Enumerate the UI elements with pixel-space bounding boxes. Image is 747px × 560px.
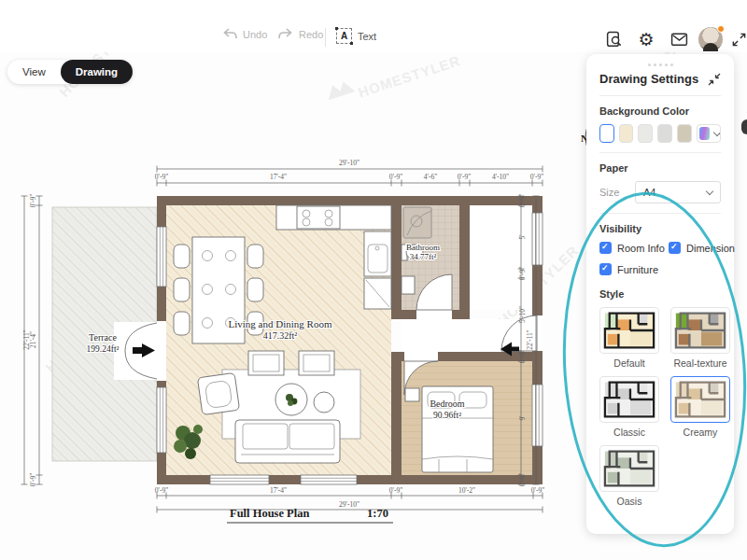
svg-text:17'-4": 17'-4" (270, 173, 287, 181)
bg-swatch-gray[interactable] (657, 124, 672, 143)
side-table (314, 392, 334, 413)
doc-search-button[interactable] (603, 29, 624, 49)
svg-text:0'-9": 0'-9" (518, 350, 527, 363)
svg-text:0'-9": 0'-9" (389, 173, 402, 181)
style-thumb-oasis[interactable] (599, 445, 659, 492)
svg-text:0'-9": 0'-9" (458, 173, 471, 181)
panel-title: Drawing Settings (599, 72, 698, 86)
tab-drawing[interactable]: Drawing (61, 60, 133, 84)
plan-title: Full House Plan (230, 507, 309, 520)
redo-icon (278, 28, 293, 41)
svg-text:Bathroom: Bathroom (406, 243, 440, 252)
fullscreen-button[interactable] (728, 29, 747, 49)
checkbox-checked-icon (599, 242, 612, 254)
svg-text:HOMESTYLER: HOMESTYLER (356, 52, 462, 100)
text-tool-label: Text (358, 31, 376, 42)
bg-swatch-white[interactable] (599, 124, 614, 143)
notification-dot (717, 25, 725, 33)
mail-button[interactable] (669, 29, 689, 49)
bg-swatch-custom-gradient[interactable] (697, 124, 721, 143)
plan-scale: 1:70 (367, 507, 388, 520)
app-stage: HOMESTYLER HOMESTYLER HOMESTYLER HOMESTY… (0, 0, 747, 560)
armchair (197, 372, 239, 414)
background-color-swatches (599, 124, 721, 143)
svg-text:21'-4": 21'-4" (29, 331, 37, 348)
svg-text:34.77ft²: 34.77ft² (410, 252, 437, 261)
miniplan-creamy-icon (673, 379, 727, 420)
svg-text:0'-9": 0'-9" (155, 486, 168, 495)
miniplan-default-icon (602, 310, 656, 351)
doc-search-icon (605, 31, 623, 49)
drawing-settings-panel: Drawing Settings Background Color Paper … (586, 54, 734, 534)
svg-text:Bedroom: Bedroom (430, 399, 464, 409)
undo-icon (222, 28, 237, 41)
style-thumb-default[interactable] (599, 307, 659, 354)
undo-button[interactable]: Undo (222, 28, 267, 41)
edge-collapse-handle[interactable] (741, 119, 747, 134)
visibility-label: Visibility (599, 223, 721, 234)
style-thumb-real-texture[interactable] (670, 307, 730, 354)
svg-text:5': 5' (518, 234, 527, 240)
style-label: Style (599, 288, 721, 300)
gear-icon: ⚙ (638, 31, 654, 49)
svg-text:17'-4": 17'-4" (270, 486, 287, 495)
redo-button[interactable]: Redo (278, 28, 323, 41)
bg-swatch-tan[interactable] (677, 124, 692, 143)
redo-label: Redo (299, 29, 323, 40)
svg-text:22'-11": 22'-11" (526, 329, 534, 350)
top-toolbar: Undo Redo A Text ⚙ (0, 0, 747, 52)
paper-size-label: Size (599, 187, 619, 198)
svg-text:199.24ft²: 199.24ft² (87, 344, 120, 354)
mail-icon (670, 32, 688, 47)
bg-swatch-lightgray[interactable] (638, 124, 653, 143)
svg-text:10'-2": 10'-2" (458, 486, 475, 495)
bg-swatch-cream[interactable] (619, 124, 634, 143)
svg-text:0'-9": 0'-9" (518, 267, 527, 280)
paper-size-select[interactable]: A4 (635, 181, 721, 203)
checkbox-furniture[interactable]: Furniture (599, 263, 669, 275)
plan-title-block: Full House Plan 1:70 (227, 507, 393, 523)
chevron-down-icon (713, 128, 721, 135)
checkbox-dimension[interactable]: Dimension (669, 242, 735, 254)
undo-label: Undo (243, 29, 267, 40)
text-tool-icon: A (336, 28, 352, 44)
svg-text:0'-9": 0'-9" (29, 194, 37, 207)
svg-text:29'-10": 29'-10" (339, 500, 359, 509)
svg-text:4'-10": 4'-10" (492, 173, 509, 181)
svg-text:0'-9": 0'-9" (530, 173, 543, 181)
svg-text:9': 9' (518, 415, 527, 421)
svg-text:5'-10": 5'-10" (518, 306, 527, 323)
paper-size-value: A4 (643, 187, 655, 198)
style-thumb-creamy[interactable] (670, 376, 730, 423)
style-options: Default Real-texture Classic Creamy (599, 307, 721, 507)
svg-text:29'-10": 29'-10" (339, 159, 359, 167)
tab-view[interactable]: View (7, 60, 61, 84)
svg-text:0'-9": 0'-9" (518, 473, 527, 486)
svg-text:Terrace: Terrace (89, 332, 117, 343)
sofa (235, 420, 340, 463)
svg-text:417.32ft²: 417.32ft² (263, 330, 298, 341)
svg-text:4'-6": 4'-6" (424, 173, 437, 181)
expand-icon (731, 32, 747, 48)
checkbox-checked-icon (669, 242, 681, 254)
background-color-label: Background Color (599, 105, 721, 117)
svg-text:90.96ft²: 90.96ft² (433, 411, 461, 420)
style-thumb-classic[interactable] (599, 376, 659, 423)
divider (599, 152, 721, 153)
settings-button[interactable]: ⚙ (636, 29, 656, 49)
panel-drag-handle[interactable] (599, 63, 721, 66)
checkbox-room-info[interactable]: Room Info (599, 242, 669, 254)
chevron-down-icon (706, 187, 713, 194)
divider (599, 213, 721, 214)
collapse-panel-icon[interactable] (708, 73, 721, 86)
svg-text:0'-9": 0'-9" (389, 486, 402, 495)
toolbar-divider (325, 28, 326, 47)
divider (599, 95, 721, 96)
miniplan-real-texture-icon (673, 310, 727, 351)
avatar[interactable] (698, 27, 723, 51)
entry-hall-floor (470, 205, 532, 310)
svg-text:0'-9": 0'-9" (531, 486, 544, 495)
miniplan-oasis-icon (602, 448, 656, 489)
gradient-preview (699, 127, 710, 140)
text-tool-button[interactable]: A Text (336, 28, 376, 44)
